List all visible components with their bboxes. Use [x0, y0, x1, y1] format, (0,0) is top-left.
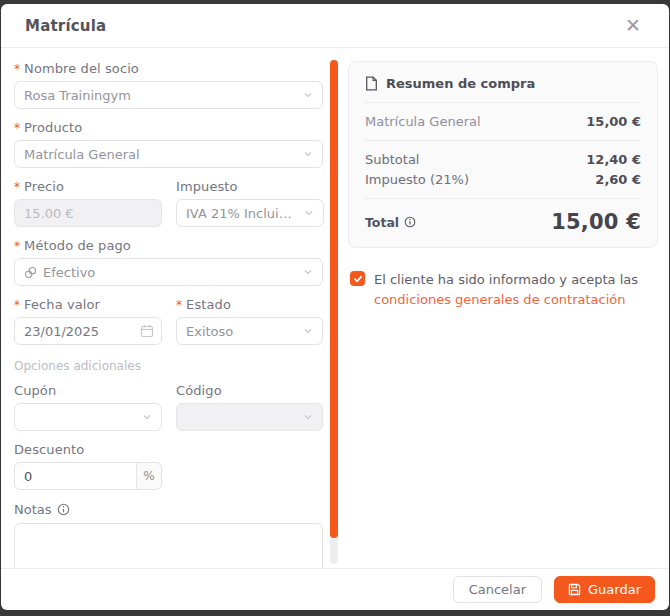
cupon-select[interactable] [14, 403, 162, 431]
field-codigo: Código [176, 383, 323, 431]
field-cupon: Cupón [14, 383, 162, 431]
field-producto: *Producto Matrícula General [14, 120, 323, 168]
metodo-pago-label: *Método de pago [14, 238, 323, 253]
metodo-pago-select[interactable]: Efectivo [14, 258, 323, 286]
summary-subtotal-row: Subtotal 12,40 € [365, 152, 641, 167]
impuesto-select[interactable]: IVA 21% Incluido IVA... [176, 199, 324, 227]
percent-suffix: % [137, 462, 162, 490]
estado-label: *Estado [176, 297, 323, 312]
field-socio: *Nombre del socio Rosa Trainingym [14, 61, 323, 109]
chevron-down-icon [303, 326, 313, 336]
required-marker: * [14, 298, 20, 312]
chevron-down-icon [303, 412, 313, 422]
summary-divider [365, 140, 641, 141]
impuesto-label: Impuesto [176, 179, 324, 194]
summary-header: Resumen de compra [365, 74, 641, 91]
terms-link[interactable]: condiciones generales de contratación [374, 292, 626, 307]
cancel-button[interactable]: Cancelar [453, 576, 542, 603]
socio-select[interactable]: Rosa Trainingym [14, 81, 323, 109]
notas-label: Notas [14, 502, 323, 517]
codigo-label: Código [176, 383, 323, 398]
form-scrollbar[interactable] [330, 60, 338, 564]
producto-label: *Producto [14, 120, 323, 135]
producto-select[interactable]: Matrícula General [14, 140, 323, 168]
summary-total-row: Total 15,00 € [365, 210, 641, 234]
summary-line-item: Matrícula General 15,00 € [365, 114, 641, 129]
tax-label: Impuesto (21%) [365, 172, 469, 187]
total-label: Total [365, 215, 416, 230]
required-marker: * [14, 121, 20, 135]
required-marker: * [14, 239, 20, 253]
field-precio: *Precio [14, 179, 162, 227]
impuesto-value: IVA 21% Incluido IVA... [186, 206, 298, 221]
total-value: 15,00 € [551, 210, 641, 234]
consent-checkbox[interactable] [350, 271, 365, 286]
subtotal-label: Subtotal [365, 152, 419, 167]
field-impuesto: Impuesto IVA 21% Incluido IVA... [176, 179, 324, 227]
summary-tax-row: Impuesto (21%) 2,60 € [365, 172, 641, 187]
required-marker: * [176, 298, 182, 312]
field-metodo-pago: *Método de pago Efectivo [14, 238, 323, 286]
estado-value: Exitoso [186, 324, 297, 339]
chevron-down-icon [304, 208, 314, 218]
save-button-label: Guardar [588, 582, 641, 597]
chevron-down-icon [303, 149, 313, 159]
producto-value: Matrícula General [24, 147, 297, 162]
summary-divider [365, 198, 641, 199]
field-notas: Notas [14, 502, 323, 568]
form-pane: *Nombre del socio Rosa Trainingym *Produ… [1, 48, 338, 568]
check-icon [353, 274, 363, 284]
modal-body: *Nombre del socio Rosa Trainingym *Produ… [1, 48, 669, 568]
screen-backdrop: Matrícula ✕ *Nombre del socio Rosa Train… [0, 0, 670, 616]
required-marker: * [14, 62, 20, 76]
opciones-adicionales-section-label: Opciones adicionales [14, 359, 323, 373]
line-item-label: Matrícula General [365, 114, 481, 129]
subtotal-value: 12,40 € [586, 152, 641, 167]
save-button[interactable]: Guardar [554, 576, 655, 603]
cash-coins-icon [24, 266, 37, 279]
field-descuento: Descuento % [14, 442, 323, 490]
fecha-valor-label: *Fecha valor [14, 297, 162, 312]
line-item-value: 15,00 € [586, 114, 641, 129]
consent-row: El cliente ha sido informado y acepta la… [350, 270, 650, 310]
info-icon[interactable] [404, 216, 416, 228]
modal-title: Matrícula [25, 17, 106, 35]
descuento-input[interactable] [14, 462, 137, 490]
precio-input [14, 199, 162, 227]
tax-value: 2,60 € [595, 172, 641, 187]
chevron-down-icon [303, 267, 313, 277]
field-fecha-valor: *Fecha valor [14, 297, 162, 345]
socio-value: Rosa Trainingym [24, 88, 297, 103]
consent-text: El cliente ha sido informado y acepta la… [374, 270, 650, 310]
metodo-pago-value: Efectivo [43, 265, 297, 280]
save-disk-icon [568, 583, 581, 596]
estado-select[interactable]: Exitoso [176, 317, 323, 345]
form-scrollbar-thumb[interactable] [330, 60, 338, 538]
row-cupon-codigo: Cupón Código [14, 383, 323, 431]
calendar-icon[interactable] [140, 323, 154, 342]
socio-label: *Nombre del socio [14, 61, 323, 76]
row-fecha-estado: *Fecha valor *Estado Exitoso [14, 297, 323, 345]
field-estado: *Estado Exitoso [176, 297, 323, 345]
matricula-modal: Matrícula ✕ *Nombre del socio Rosa Train… [1, 4, 669, 610]
precio-label: *Precio [14, 179, 162, 194]
summary-pane: Resumen de compra Matrícula General 15,0… [338, 48, 669, 568]
cupon-label: Cupón [14, 383, 162, 398]
required-marker: * [14, 180, 20, 194]
modal-footer: Cancelar Guardar [1, 568, 669, 610]
summary-divider [365, 102, 641, 103]
chevron-down-icon [303, 90, 313, 100]
modal-header: Matrícula ✕ [1, 4, 669, 48]
close-icon[interactable]: ✕ [621, 14, 645, 37]
info-icon [57, 503, 70, 516]
row-precio-impuesto: *Precio Impuesto IVA 21% Incluido IVA... [14, 179, 323, 227]
codigo-select [176, 403, 323, 431]
purchase-summary-card: Resumen de compra Matrícula General 15,0… [348, 61, 658, 248]
summary-title: Resumen de compra [386, 76, 535, 91]
document-icon [365, 76, 378, 91]
chevron-down-icon [142, 412, 152, 422]
descuento-label: Descuento [14, 442, 323, 457]
notas-textarea[interactable] [14, 523, 323, 568]
